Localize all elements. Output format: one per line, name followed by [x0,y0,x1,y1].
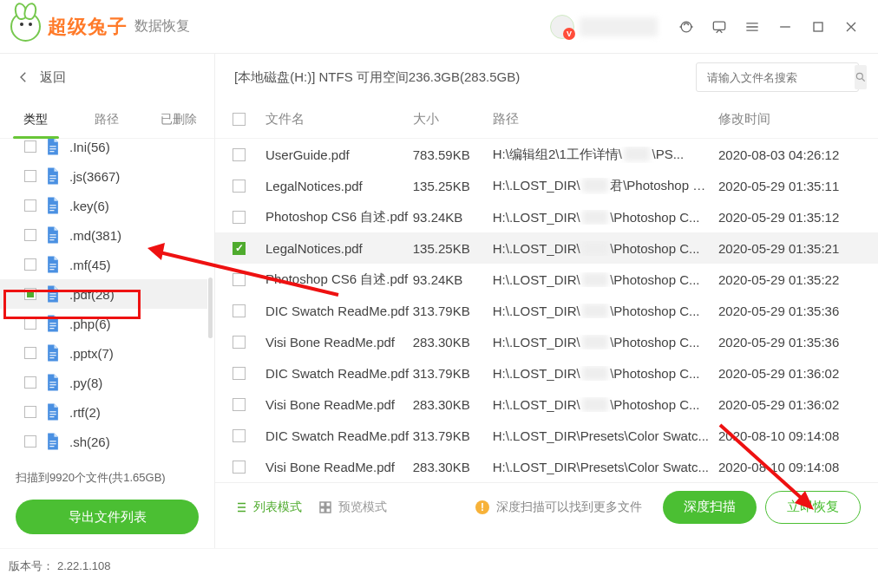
table-row[interactable]: DIC Swatch ReadMe.pdf313.79KBH:\.LOST_DI… [215,357,878,389]
tree-node[interactable]: .pdf(28) [0,279,207,309]
tree-node[interactable]: .rtf(2) [0,397,207,427]
tree-node[interactable]: .js(3667) [0,161,207,191]
column-size[interactable]: 大小 [413,111,493,127]
back-button[interactable]: 返回 [0,54,214,101]
tree-checkbox[interactable] [24,258,36,271]
svg-rect-34 [49,443,56,444]
search-input[interactable] [705,70,855,85]
tree-node[interactable]: .mf(45) [0,250,207,279]
cell-path: H:\编辑组2\1工作详情\xxx\PS... [493,147,718,163]
window-minimize-icon[interactable] [776,17,795,36]
row-checkbox[interactable] [233,336,246,349]
brand-name: 超级兔子 [48,14,128,40]
cell-size: 783.59KB [413,147,493,162]
feedback-icon[interactable] [710,17,729,36]
tree-checkbox[interactable] [24,435,36,448]
table-row[interactable]: Visi Bone ReadMe.pdf283.30KBH:\.LOST_DIR… [215,326,878,357]
row-checkbox[interactable] [233,304,246,317]
tab-path[interactable]: 路径 [71,101,142,138]
file-icon [45,255,61,274]
cell-filename: UserGuide.pdf [265,147,413,162]
table-row[interactable]: DIC Swatch ReadMe.pdf313.79KBH:\.LOST_DI… [215,295,878,326]
svg-rect-12 [49,234,56,235]
table-row[interactable]: UserGuide.pdf783.59KBH:\编辑组2\1工作详情\xxx\P… [215,139,878,170]
table-row[interactable]: LegalNotices.pdf135.25KBH:\.LOST_DIR\xxx… [215,170,878,201]
svg-rect-30 [49,411,56,412]
cell-path: H:\.LOST_DIR\xxx\Photoshop C... [493,335,718,350]
list-mode-toggle[interactable]: 列表模式 [233,500,302,515]
svg-rect-25 [49,355,56,356]
cell-filename: DIC Swatch ReadMe.pdf [265,366,413,381]
tab-deleted[interactable]: 已删除 [143,101,214,138]
tree-node[interactable]: .md(381) [0,220,207,250]
user-avatar[interactable]: V [550,15,574,39]
cell-path: H:\.LOST_DIR\xxx\Photoshop C... [493,397,718,412]
tree-node-label: .py(8) [69,376,102,390]
svg-rect-20 [49,298,54,299]
tree-checkbox[interactable] [24,406,36,418]
tree-checkbox[interactable] [24,140,36,153]
row-checkbox[interactable] [233,398,246,411]
file-icon [45,225,61,245]
file-icon [45,343,61,363]
window-maximize-icon[interactable] [809,17,828,36]
tree-node[interactable]: .sh(26) [0,427,207,456]
row-checkbox[interactable] [233,180,246,193]
tree-node[interactable]: .py(8) [0,368,207,397]
tree-node-label: .js(3667) [69,169,120,184]
service-icon[interactable] [677,17,696,36]
column-path[interactable]: 路径 [493,111,718,127]
table-row[interactable]: Photoshop CS6 自述.pdf93.24KBH:\.LOST_DIR\… [215,201,878,232]
column-date[interactable]: 修改时间 [718,111,861,127]
search-button[interactable] [855,65,867,89]
tree-node[interactable]: .key(6) [0,191,207,220]
column-name[interactable]: 文件名 [265,111,413,127]
window-close-icon[interactable] [842,17,861,36]
tree-checkbox[interactable] [24,229,36,241]
tree-node[interactable]: .php(6) [0,309,207,338]
row-checkbox[interactable] [233,429,246,442]
tab-type[interactable]: 类型 [0,101,71,138]
export-file-list-button[interactable]: 导出文件列表 [16,500,199,534]
row-checkbox[interactable] [233,367,246,380]
tree-checkbox[interactable] [24,347,36,359]
tree-node-label: .Ini(56) [69,140,110,154]
row-checkbox[interactable] [233,148,246,161]
table-row[interactable]: LegalNotices.pdf135.25KBH:\.LOST_DIR\xxx… [215,232,878,264]
file-icon [45,284,61,304]
row-checkbox[interactable] [233,242,246,255]
row-checkbox[interactable] [233,461,246,474]
tree-checkbox[interactable] [24,170,36,182]
table-row[interactable]: Visi Bone ReadMe.pdf283.30KBH:\.LOST_DIR… [215,451,878,482]
table-row[interactable]: DIC Swatch ReadMe.pdf313.79KBH:\.LOST_DI… [215,420,878,451]
row-checkbox[interactable] [233,273,246,286]
back-label: 返回 [40,69,66,86]
sidebar: 返回 类型 路径 已删除 .Ini(56).js(3667).key(6).md… [0,54,215,548]
user-name[interactable] [580,17,658,36]
table-row[interactable]: Visi Bone ReadMe.pdf283.30KBH:\.LOST_DIR… [215,389,878,420]
tree-scrollbar[interactable] [208,278,213,338]
tree-checkbox[interactable] [24,288,36,300]
svg-rect-3 [49,146,56,147]
tree-node[interactable]: .pptx(7) [0,338,207,368]
preview-mode-toggle[interactable]: 预览模式 [318,500,387,515]
cell-path: H:\.LOST_DIR\xxx\Photoshop C... [493,366,718,381]
svg-rect-22 [49,325,56,326]
menu-icon[interactable] [743,17,762,36]
tree-checkbox[interactable] [24,199,36,212]
table-row[interactable]: Photoshop CS6 自述.pdf93.24KBH:\.LOST_DIR\… [215,264,878,295]
search-box[interactable] [696,62,859,92]
deep-scan-button[interactable]: 深度扫描 [663,491,757,524]
preview-mode-label: 预览模式 [338,500,387,515]
svg-rect-39 [320,507,324,512]
tree-checkbox[interactable] [24,376,36,389]
tree-checkbox[interactable] [24,317,36,330]
file-icon [45,432,61,451]
select-all-checkbox[interactable] [233,113,246,126]
cell-size: 313.79KB [413,366,493,381]
cell-path: H:\.LOST_DIR\xxx\Photoshop C... [493,210,718,225]
tree-node[interactable]: .Ini(56) [0,139,207,161]
file-icon [45,314,61,333]
row-checkbox[interactable] [233,211,246,224]
recover-now-button[interactable]: 立即恢复 [765,491,861,524]
